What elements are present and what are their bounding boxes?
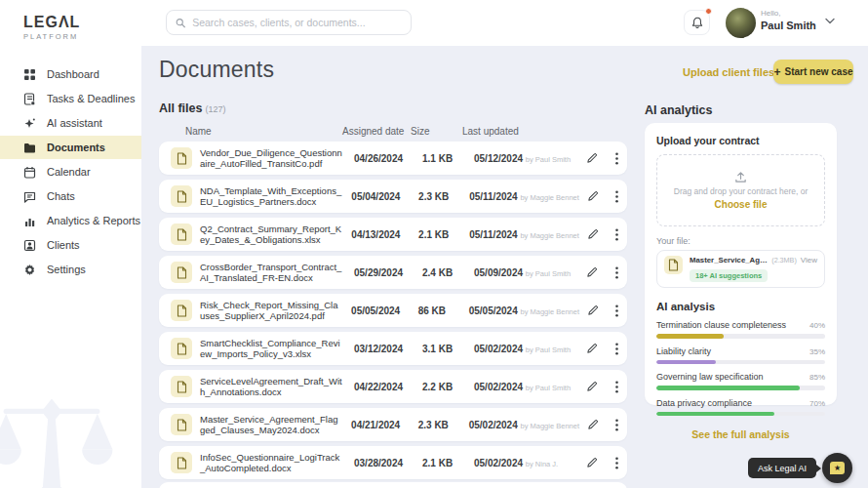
- updated-by: by Paul Smith: [526, 346, 571, 354]
- row-menu-button[interactable]: [606, 419, 627, 431]
- row-menu-button[interactable]: [606, 305, 627, 317]
- topbar: Hello, Paul Smith: [141, 0, 868, 46]
- file-name: ServiceLevelAgreement_Draft_With_Annotat…: [200, 376, 344, 397]
- row-menu-button[interactable]: [606, 152, 627, 165]
- edit-button[interactable]: [578, 381, 606, 392]
- sidebar-item-settings[interactable]: Settings: [0, 258, 141, 281]
- start-new-case-button[interactable]: + Start new case: [773, 60, 853, 84]
- edit-button[interactable]: [578, 343, 606, 354]
- last-updated: 05/12/2024 by Paul Smith: [474, 153, 578, 164]
- upload-client-files-link[interactable]: Upload client files: [683, 66, 774, 78]
- sidebar-item-calendar[interactable]: Calendar: [0, 160, 141, 183]
- notifications-button[interactable]: [684, 10, 710, 35]
- file-name: InfoSec_Questionnaire_LogiTrack_AutoComp…: [200, 452, 344, 473]
- row-menu-button[interactable]: [606, 457, 627, 469]
- edit-button[interactable]: [579, 228, 607, 240]
- brand-logo: LEGΛL PLATFORM: [0, 0, 141, 41]
- kebab-menu-icon: [615, 266, 618, 279]
- page-title: Documents: [159, 57, 274, 83]
- file-size: 2.3 KB: [418, 420, 469, 430]
- file-name: NDA_Template_With_Exceptions_EU_Logistic…: [200, 185, 341, 207]
- edit-button[interactable]: [578, 266, 606, 278]
- edit-button[interactable]: [579, 419, 606, 430]
- chevron-down-icon[interactable]: [825, 18, 835, 24]
- updated-by: by Maggie Bennet: [520, 231, 578, 240]
- table-row[interactable]: Q2_Contract_Summary_Report_Key_Dates_&_O…: [159, 218, 627, 251]
- ai-analytics-title: AI analytics: [645, 103, 712, 117]
- metric-label: Liability clarity: [656, 346, 711, 356]
- file-icon: [171, 376, 192, 397]
- chat-icon: [23, 190, 36, 203]
- file-size: 3.1 KB: [422, 344, 474, 354]
- metric-value: 70%: [809, 399, 825, 408]
- pencil-icon: [586, 381, 598, 392]
- file-rows: Vendor_Due_Diligence_Questionnaire_AutoF…: [159, 142, 627, 484]
- updated-by: by Paul Smith: [526, 269, 571, 278]
- updated-by: by Nina J.: [526, 460, 558, 468]
- avatar[interactable]: [726, 8, 756, 38]
- ask-legal-ai-button[interactable]: ★: [822, 453, 852, 483]
- gear-icon: [23, 264, 36, 276]
- row-menu-button[interactable]: [606, 343, 627, 355]
- updated-by: by Maggie Bennet: [521, 307, 579, 316]
- file-icon: [171, 300, 192, 321]
- file-size: 2.4 KB: [422, 267, 474, 278]
- kebab-menu-icon: [615, 190, 618, 203]
- table-row[interactable]: CrossBorder_Transport_Contract_AI_Transl…: [159, 256, 627, 289]
- ai-metric: Data privacy compliance 70%: [656, 398, 825, 417]
- brand-name: LEGΛL: [23, 14, 141, 31]
- sidebar-item-chats[interactable]: Chats: [0, 184, 141, 208]
- search-input[interactable]: [192, 17, 402, 28]
- uploaded-file-chip[interactable]: Master_Service_Agreement_Flagged_... (2.…: [656, 250, 825, 288]
- ai-suggestions-badge: 18+ AI suggestions: [690, 269, 768, 282]
- table-row[interactable]: Master_Service_Agreement_Flagged_Clauses…: [159, 408, 627, 441]
- choose-file-link[interactable]: Choose file: [715, 199, 768, 210]
- table-row[interactable]: ServiceLevelAgreement_Draft_With_Annotat…: [159, 370, 627, 403]
- last-updated: 05/02/2024 by Maggie Bennet: [469, 420, 579, 430]
- pencil-icon: [587, 305, 599, 316]
- dropzone-text: Drag and drop your contract here, or: [674, 186, 809, 196]
- see-full-analysis-link[interactable]: See the full analysis: [656, 428, 825, 440]
- sidebar-item-ai-assistant[interactable]: AI assistant: [0, 111, 141, 135]
- sidebar-item-clients[interactable]: Clients: [0, 233, 141, 257]
- view-file-link[interactable]: View: [801, 256, 817, 264]
- kebab-menu-icon: [615, 228, 618, 241]
- search-bar[interactable]: [166, 10, 412, 35]
- file-size: 2.3 KB: [418, 191, 469, 202]
- table-row[interactable]: NDA_Template_With_Exceptions_EU_Logistic…: [159, 180, 627, 213]
- contract-dropzone[interactable]: Drag and drop your contract here, or Cho…: [656, 154, 825, 226]
- sidebar: LEGΛL PLATFORM Dashboard Tasks & Deadlin…: [0, 0, 141, 488]
- file-size: 2.2 KB: [422, 382, 474, 392]
- assigned-date: 04/26/2024: [354, 153, 422, 164]
- table-row[interactable]: InfoSec_Questionnaire_LogiTrack_AutoComp…: [159, 446, 627, 479]
- sidebar-item-documents[interactable]: Documents: [0, 136, 141, 159]
- sidebar-item-tasks-deadlines[interactable]: Tasks & Deadlines: [0, 87, 141, 110]
- metric-fill: [656, 386, 800, 390]
- table-row[interactable]: Vendor_Due_Diligence_Questionnaire_AutoF…: [159, 142, 627, 175]
- row-menu-button[interactable]: [606, 266, 627, 279]
- table-row[interactable]: Risk_Check_Report_Missing_Clauses_Suppli…: [159, 294, 627, 327]
- row-menu-button[interactable]: [606, 190, 627, 203]
- upload-contract-title: Upload your contract: [656, 135, 825, 146]
- edit-button[interactable]: [579, 305, 606, 316]
- edit-button[interactable]: [578, 152, 606, 164]
- updated-by: by Maggie Bennet: [520, 193, 578, 202]
- file-icon: [664, 256, 683, 274]
- greeting-text: Hello,: [761, 9, 817, 18]
- file-icon: [171, 452, 192, 473]
- file-size: 2.1 KB: [422, 458, 474, 468]
- last-updated: 05/02/2024 by Nina J.: [474, 458, 578, 468]
- sidebar-item-analytics-reports[interactable]: Analytics & Reports: [0, 209, 141, 232]
- metric-track: [656, 360, 825, 365]
- row-menu-button[interactable]: [606, 228, 627, 241]
- metric-value: 85%: [809, 373, 825, 382]
- row-menu-button[interactable]: [606, 381, 627, 393]
- edit-button[interactable]: [578, 457, 606, 468]
- sidebar-item-dashboard[interactable]: Dashboard: [0, 62, 141, 86]
- edit-button[interactable]: [579, 190, 607, 202]
- kebab-menu-icon: [615, 381, 618, 393]
- sidebar-nav: Dashboard Tasks & Deadlines AI assistant…: [0, 62, 141, 281]
- column-name: Name: [159, 126, 342, 137]
- assigned-date: 04/22/2024: [354, 382, 422, 392]
- table-row[interactable]: SmartChecklist_Compliance_Review_Imports…: [159, 332, 627, 365]
